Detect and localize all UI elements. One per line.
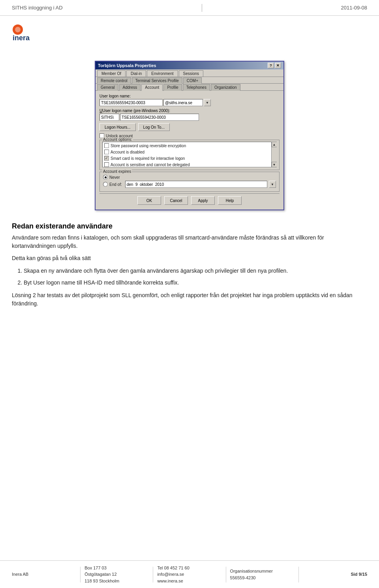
svg-text:inera: inera: [13, 34, 30, 42]
section-list: Skapa en ny användare och flytta över de…: [24, 266, 367, 287]
win-dialog: Torbjörn Uppsala Properties ? ✕ Member O…: [95, 61, 284, 210]
radio-never-row: Never: [103, 175, 276, 180]
domain-dropdown-btn[interactable]: ▼: [204, 99, 211, 106]
footer-col-org: Organisationsnummer 556559-4230: [230, 568, 295, 581]
logon-win2000-input[interactable]: [120, 114, 199, 121]
option-0-checkbox[interactable]: [104, 143, 109, 148]
help-button[interactable]: Help: [218, 196, 242, 205]
account-option-1: Account is disabled: [103, 149, 276, 155]
end-date-dropdown-btn[interactable]: ▼: [269, 181, 276, 188]
ok-button[interactable]: OK: [137, 196, 161, 205]
user-logon-win2000-input-row: [99, 114, 280, 121]
end-date-input[interactable]: [125, 181, 267, 188]
radio-end-of[interactable]: [103, 182, 108, 187]
list-item-2: Byt User logon name till HSA-ID med till…: [24, 278, 367, 287]
user-logon-input-row: ▼: [99, 99, 280, 106]
option-2-checkbox[interactable]: ✓: [104, 156, 109, 161]
account-option-2: ✓ Smart card is required for interactive…: [103, 155, 276, 161]
account-options-label: Account options:: [102, 137, 133, 142]
scroll-up-arrow[interactable]: ▲: [272, 142, 277, 147]
tab-dial-in[interactable]: Dial-in: [126, 70, 146, 77]
win-help-btn[interactable]: ?: [268, 63, 274, 68]
win-tabs-row2: Remote control Terminal Services Profile…: [96, 77, 283, 84]
option-3-checkbox[interactable]: [104, 162, 109, 167]
footer-org-label: Organisationsnummer: [230, 568, 295, 575]
user-logon-win2000-group: UUser logon name (pre-Windows 2000):: [99, 109, 280, 121]
date-row: ▼: [125, 181, 276, 188]
logo-area: inera: [0, 16, 379, 53]
logon-buttons-row: Logon Hours... Log On To...: [99, 123, 280, 131]
win-close-btn[interactable]: ✕: [275, 63, 281, 68]
win-titlebar: Torbjörn Uppsala Properties ? ✕: [96, 62, 283, 69]
option-1-checkbox[interactable]: [104, 150, 109, 154]
header-divider: [202, 4, 202, 12]
account-options-scrollbar[interactable]: ▲ ▼: [271, 142, 277, 167]
win-dialog-title: Torbjörn Uppsala Properties: [98, 63, 156, 68]
scroll-down-arrow[interactable]: ▼: [272, 162, 277, 167]
footer-address1: Box 177 03: [84, 565, 149, 571]
svg-point-1: [15, 27, 21, 32]
account-expires-label: Account expires: [102, 169, 132, 174]
inera-logo: inera: [12, 24, 47, 47]
footer-company: Inera AB: [12, 572, 28, 577]
radio-end-of-row: End of: ▼: [103, 181, 276, 188]
user-logon-group: User logon name: ▼: [99, 94, 280, 106]
section-para2: Detta kan göras på två olika sätt: [12, 254, 367, 262]
tab-terminal-services[interactable]: Terminal Services Profile: [132, 77, 182, 84]
tab-com-plus[interactable]: COM+: [183, 77, 202, 84]
footer-address3: 118 93 Stockholm: [84, 578, 149, 584]
footer-divider-3: [226, 567, 226, 582]
list-item-1: Skapa en ny användare och flytta över de…: [24, 266, 367, 275]
footer-org-number: 556559-4230: [230, 575, 295, 581]
domain-input[interactable]: [163, 99, 203, 106]
tab-sessions[interactable]: Sessions: [179, 70, 204, 77]
log-on-to-btn[interactable]: Log On To...: [138, 123, 170, 131]
win-body: User logon name: ▼ UUser logon name (pre…: [96, 91, 283, 210]
radio-never[interactable]: [103, 175, 108, 180]
tab-environment[interactable]: Environment: [147, 70, 178, 77]
text-content-section: Redan existerande användare Användare so…: [12, 222, 367, 308]
apply-button[interactable]: Apply: [191, 196, 215, 205]
account-option-0: Store password using reversible encrypti…: [103, 142, 276, 149]
page-footer: Inera AB Box 177 03 Östgötagatan 12 118 …: [0, 560, 379, 588]
logon-hours-btn[interactable]: Logon Hours...: [99, 123, 136, 131]
section-heading: Redan existerande användare: [12, 222, 367, 230]
footer-page: Sid 9/15: [351, 572, 367, 577]
radio-end-of-label: End of:: [109, 182, 122, 187]
account-option-3: Account is sensitive and cannot be deleg…: [103, 161, 276, 167]
tab-account[interactable]: Account: [141, 84, 163, 91]
main-content: Torbjörn Uppsala Properties ? ✕ Member O…: [0, 53, 379, 320]
tab-organization[interactable]: Organization: [211, 84, 240, 91]
page-header: SITHS inloggning i AD 2011-09-08: [0, 0, 379, 16]
footer-phone: Tel 08 452 71 60: [157, 565, 221, 571]
header-date: 2011-09-08: [341, 5, 368, 11]
win-tabs-row1: Member Of Dial-in Environment Sessions: [96, 69, 283, 77]
footer-col-address: Box 177 03 Östgötagatan 12 118 93 Stockh…: [84, 565, 149, 584]
account-expires-group: Account expires Never End of: ▼: [99, 172, 280, 192]
section-para3: Lösning 2 har testats av det pilotprojek…: [12, 291, 367, 308]
header-title: SITHS inloggning i AD: [12, 5, 63, 11]
tab-profile[interactable]: Profile: [163, 84, 182, 91]
tab-member-of[interactable]: Member Of: [97, 70, 126, 77]
account-options-listbox: Store password using reversible encrypti…: [102, 142, 277, 167]
user-logon-input[interactable]: [99, 99, 163, 106]
tab-remote-control[interactable]: Remote control: [97, 77, 131, 84]
dialog-container: Torbjörn Uppsala Properties ? ✕ Member O…: [12, 61, 367, 210]
logon-prefix-input[interactable]: [99, 114, 119, 121]
section-para1: Användare som redan finns i katalogen, o…: [12, 234, 367, 250]
footer-divider-2: [153, 567, 153, 582]
tab-general[interactable]: General: [97, 84, 118, 91]
tab-address[interactable]: Address: [119, 84, 141, 91]
cancel-button[interactable]: Cancel: [164, 196, 188, 205]
footer-col-company: Inera AB: [12, 571, 76, 578]
footer-website: www.inera.se: [157, 578, 221, 584]
footer-address2: Östgötagatan 12: [84, 571, 149, 578]
tab-telephones[interactable]: Telephones: [183, 84, 210, 91]
win-titlebar-buttons: ? ✕: [268, 63, 281, 68]
radio-never-label: Never: [109, 175, 120, 180]
footer-divider-1: [80, 567, 81, 582]
footer-col-contact: Tel 08 452 71 60 info@inera.se www.inera…: [157, 565, 221, 584]
radio-never-dot: [105, 176, 107, 178]
win-footer-buttons: OK Cancel Apply Help: [99, 193, 280, 206]
account-options-list: Store password using reversible encrypti…: [102, 142, 277, 167]
